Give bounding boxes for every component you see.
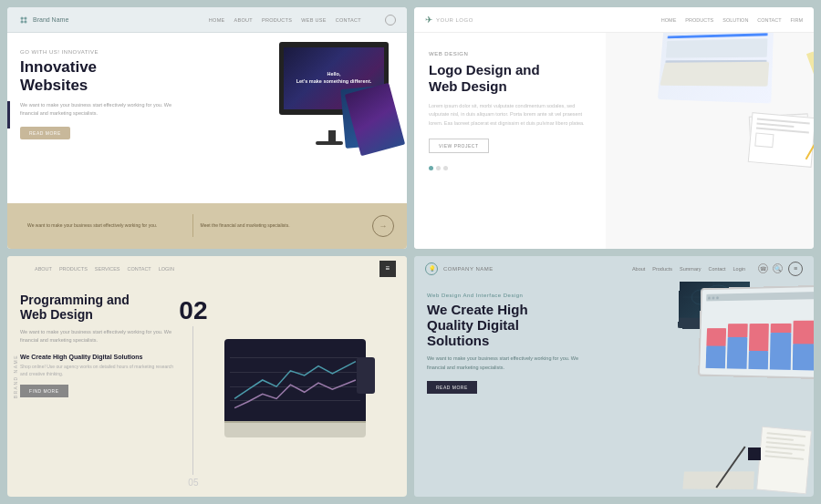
bar-seg-4: [727, 336, 747, 368]
card-we-create: 💡 COMPANY NAME About Products Summary Co…: [414, 256, 814, 498]
dot-2[interactable]: [436, 166, 441, 170]
card3-subtitle: We Create High Quality Digital Solutions: [20, 354, 174, 360]
card-innovative-websites: Brand Name HOME ABOUT PRODUCTS WEB USE C…: [7, 7, 407, 249]
card3-find-more-button[interactable]: FIND MORE: [20, 385, 68, 397]
card4-header: 💡 COMPANY NAME About Products Summary Co…: [414, 256, 814, 282]
keyboard-device: [682, 471, 754, 489]
td-1: [708, 296, 711, 299]
card4-nav: About Products Summary Contact Login: [632, 266, 745, 272]
menu-circle-icon[interactable]: ≡: [788, 262, 803, 276]
dot-1[interactable]: [429, 166, 433, 170]
nav-home2[interactable]: HOME: [661, 17, 677, 23]
tablet-header: [706, 292, 814, 301]
search-icon2[interactable]: 🔍: [773, 263, 783, 273]
nav-products2[interactable]: PRODUCTS: [685, 17, 713, 23]
td-3: [716, 295, 719, 298]
card3-visual: [187, 282, 407, 498]
nb-5: [765, 450, 793, 455]
nav-products[interactable]: PRODUCTS: [262, 17, 292, 23]
card4-logo-icon: 💡: [425, 262, 438, 275]
monitor-base: [316, 141, 343, 145]
td-2: [712, 295, 715, 298]
phone-device: [357, 357, 375, 394]
card1-header: Brand Name HOME ABOUT PRODUCTS WEB USE C…: [7, 7, 407, 33]
bar-col-1: [706, 328, 726, 368]
nb-6: [764, 455, 804, 460]
bar-seg-6: [748, 350, 769, 369]
nav-contact3[interactable]: CONTACT: [128, 266, 151, 272]
laptop-keyboard: [224, 421, 366, 437]
nav-contact2[interactable]: CONTACT: [757, 17, 781, 23]
card1-logo: Brand Name: [18, 15, 68, 26]
card2-title: Logo Design and Web Design: [429, 62, 591, 95]
search-icon[interactable]: [385, 15, 396, 26]
card2-dots: [429, 166, 591, 170]
nav-home[interactable]: HOME: [209, 17, 225, 23]
card1-footer: We want to make your business start effe…: [7, 203, 407, 249]
nav-products3[interactable]: PRODUCTS: [59, 266, 88, 272]
card3-nav: ABOUT PRODUCTS SERVICES CONTACT LOGIN: [35, 266, 174, 272]
nav-contact[interactable]: CONTACT: [336, 17, 361, 23]
brand-icon: [18, 15, 29, 26]
footer-col2: Meet the financial and marketing special…: [193, 216, 366, 235]
card1-content: Go with us! Innovative Innovative Websit…: [7, 33, 187, 203]
nav-about4[interactable]: About: [632, 266, 645, 272]
chart-curve: [230, 345, 360, 416]
footer-col1: We want to make your business start effe…: [20, 216, 192, 235]
black-square-decoration: [748, 447, 761, 460]
nav-summary4[interactable]: Summary: [680, 266, 701, 272]
bar-col-5: [793, 320, 814, 370]
nav-firm[interactable]: FIRM: [791, 17, 803, 23]
brand-name: Brand Name: [33, 16, 68, 23]
card2-nav: HOME PRODUCTS SOLUTION CONTACT FIRM: [661, 17, 803, 23]
bar-col-2: [727, 324, 748, 369]
footer-arrow[interactable]: →: [372, 215, 394, 237]
card3-subdesc: Shop online! Use our agency works on det…: [20, 363, 174, 377]
iso-laptop: [654, 33, 773, 101]
card-logo-design: ✈ YOUR LOGO HOME PRODUCTS SOLUTION CONTA…: [414, 7, 814, 249]
card4-read-more-button[interactable]: READ MORE: [427, 381, 477, 394]
card2-header: ✈ YOUR LOGO HOME PRODUCTS SOLUTION CONTA…: [414, 7, 814, 33]
tablet-device: [698, 284, 814, 378]
card1-nav: HOME ABOUT PRODUCTS WEB USE CONTACT: [209, 17, 361, 23]
card-programming: Brand Name ABOUT PRODUCTS SERVICES CONTA…: [7, 256, 407, 498]
device-mockup: [650, 33, 814, 170]
card4-body: Web Design And Interface Design We Creat…: [414, 282, 814, 498]
bar-seg-3: [728, 324, 748, 337]
nav-login4[interactable]: Login: [733, 266, 745, 272]
nav-webuse[interactable]: WEB USE: [301, 17, 326, 23]
bar-seg-5: [749, 323, 770, 350]
computer-mockup: Hello, Let's make something different.: [261, 37, 407, 156]
nav-about3[interactable]: ABOUT: [35, 266, 52, 272]
card4-icons: ☎ 🔍: [758, 263, 783, 273]
card1-title: Innovative Websites: [20, 58, 174, 94]
bar-col-3: [748, 323, 769, 368]
menu-icon[interactable]: ≡: [379, 261, 396, 277]
papers-front: [748, 112, 814, 168]
dot-3[interactable]: [443, 166, 448, 170]
nav-solution[interactable]: SOLUTION: [722, 17, 748, 23]
nav-login3[interactable]: LOGIN: [159, 266, 174, 272]
card4-logo-text: COMPANY NAME: [443, 266, 494, 272]
bar-seg-10: [793, 344, 814, 370]
card2-content: WEB DESIGN Logo Design and Web Design Lo…: [414, 33, 606, 249]
card4-service-label: Web Design And Interface Design: [427, 293, 593, 298]
phone-icon[interactable]: ☎: [758, 263, 768, 273]
card1-read-more-button[interactable]: READ MORE: [20, 127, 70, 139]
nav-about[interactable]: ABOUT: [234, 17, 253, 23]
laptop-screen: [224, 339, 366, 421]
bar-seg-2: [706, 345, 726, 368]
notebook-device: [756, 427, 812, 495]
card2-view-project-button[interactable]: VIEW PROJECT: [429, 139, 489, 153]
nav-contact4[interactable]: Contact: [709, 266, 726, 272]
card3-header: Brand Name ABOUT PRODUCTS SERVICES CONTA…: [7, 256, 407, 282]
nav-products4[interactable]: Products: [652, 266, 672, 272]
wf-line-1: [668, 33, 768, 38]
side-marker: [7, 101, 10, 129]
card1-visual: Hello, Let's make something different.: [187, 33, 407, 203]
nav-services3[interactable]: SERVICES: [95, 266, 120, 272]
bar-seg-9: [793, 320, 814, 344]
card3-body: Programming and Web Design We want to ma…: [7, 282, 407, 498]
wf-box-1: [666, 38, 768, 57]
monitor-text: Hello, Let's make something different.: [296, 71, 372, 85]
